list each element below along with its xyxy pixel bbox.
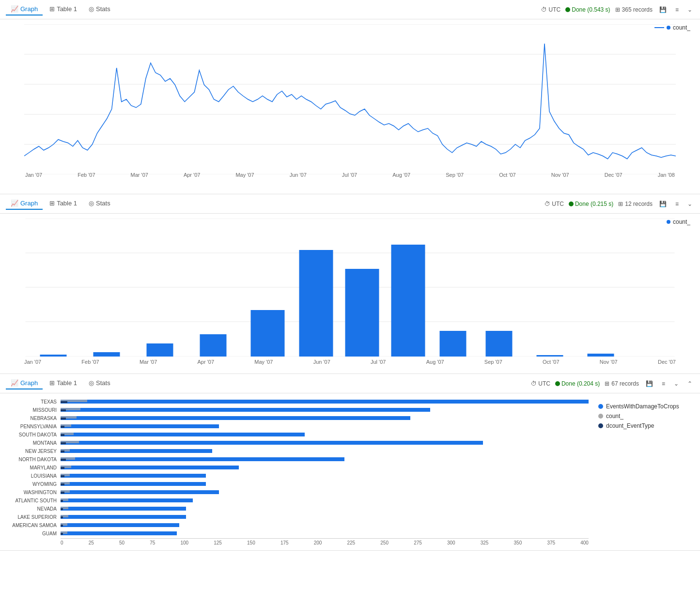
done-status-3: Done (0.204 s) <box>555 380 600 387</box>
expand-btn-3-down[interactable]: ⌄ <box>672 379 681 388</box>
hbar-row: GUAM <box>5 530 589 537</box>
hbar-row: PENNSYLVANIA <box>5 423 589 430</box>
hbar-legend: EventsWithDamageToCrops count_ dcount_Ev… <box>589 398 695 545</box>
legend-item-2: count_ <box>598 413 685 420</box>
panel-2-status: ⏱ UTC Done (0.215 s) ⊞ 12 records 💾 ≡ ⌄ <box>544 200 694 208</box>
x-labels-2: Jan '07 Feb '07 Mar '07 Apr '07 May '07 … <box>24 359 676 365</box>
tab-table-3[interactable]: ⊞ Table 1 <box>45 377 82 389</box>
done-status-2: Done (0.215 s) <box>569 201 613 207</box>
table-icon-3: ⊞ <box>49 379 55 387</box>
legend-item-3: dcount_EventType <box>598 422 685 429</box>
stats-icon-1: ◎ <box>89 5 94 13</box>
bar-chart-svg: 4k 3k 2k 1k 0 <box>24 218 676 357</box>
legend-dot-gray <box>598 414 603 419</box>
panel-1-header: 📈 Graph ⊞ Table 1 ◎ Stats ⏱ UTC Done (0.… <box>0 0 700 19</box>
hbar-row: SOUTH DAKOTA <box>5 431 589 438</box>
stats-icon-2: ◎ <box>89 200 94 207</box>
panel-3-content: TEXASMISSOURINEBRASKAPENNSYLVANIASOUTH D… <box>0 393 700 550</box>
svg-rect-23 <box>93 352 120 357</box>
legend-item-1: EventsWithDamageToCrops <box>598 403 685 410</box>
tab-stats-2[interactable]: ◎ Stats <box>84 198 115 210</box>
tab-stats-3[interactable]: ◎ Stats <box>84 377 115 389</box>
view-btn-3[interactable]: ≡ <box>660 379 667 388</box>
timezone-3: ⏱ UTC <box>531 380 550 387</box>
legend-line-1 <box>654 27 664 28</box>
hbar-row: MISSOURI <box>5 406 589 413</box>
done-status-1: Done (0.543 s) <box>565 6 610 13</box>
hbar-row: NEVADA <box>5 505 589 512</box>
view-btn-1[interactable]: ≡ <box>673 5 681 14</box>
panel-3-header: 📈 Graph ⊞ Table 1 ◎ Stats ⏱ UTC Done (0.… <box>0 374 700 393</box>
save-btn-1[interactable]: 💾 <box>657 5 669 14</box>
hbar-row: NORTH DAKOTA <box>5 456 589 463</box>
table-icon-2: ⊞ <box>49 200 55 207</box>
panel-2-header: 📈 Graph ⊞ Table 1 ◎ Stats ⏱ UTC Done (0.… <box>0 194 700 214</box>
legend-dot-blue <box>598 404 603 409</box>
hbar-row: MONTANA <box>5 439 589 446</box>
expand-btn-1[interactable]: ⌄ <box>685 5 694 14</box>
legend-dot-2 <box>667 220 670 224</box>
done-dot-2 <box>569 202 574 206</box>
records-icon-1: ⊞ <box>615 6 620 13</box>
records-icon-3: ⊞ <box>605 380 609 387</box>
tab-stats-1[interactable]: ◎ Stats <box>84 3 115 16</box>
svg-rect-33 <box>588 354 614 357</box>
timezone-2: ⏱ UTC <box>544 201 564 207</box>
svg-rect-24 <box>147 343 173 357</box>
timezone-1: ⏱ UTC <box>541 6 560 13</box>
stats-icon-3: ◎ <box>89 379 94 387</box>
expand-btn-2[interactable]: ⌄ <box>685 200 694 208</box>
tab-table-2[interactable]: ⊞ Table 1 <box>45 198 82 210</box>
svg-rect-29 <box>391 245 425 357</box>
table-icon-1: ⊞ <box>49 5 55 13</box>
hbar-rows: TEXASMISSOURINEBRASKAPENNSYLVANIASOUTH D… <box>5 398 589 537</box>
done-dot-1 <box>565 7 570 12</box>
tab-graph-3[interactable]: 📈 Graph <box>6 377 43 389</box>
records-badge-3: ⊞ 67 records <box>605 380 639 387</box>
legend-dot-1 <box>667 26 670 30</box>
svg-rect-30 <box>440 331 467 357</box>
svg-rect-28 <box>345 269 379 357</box>
svg-rect-31 <box>486 331 513 357</box>
panel-2-chart-area: count_ 4k 3k 2k 1k 0 <box>0 214 700 373</box>
view-btn-2[interactable]: ≡ <box>673 200 681 208</box>
hbar-row: LAKE SUPERIOR <box>5 513 589 520</box>
svg-rect-27 <box>299 250 333 357</box>
hbar-row: ATLANTIC SOUTH <box>5 497 589 504</box>
hbar-x-axis: 0 25 50 75 100 125 150 175 200 225 250 2… <box>61 538 589 545</box>
panel-3: 📈 Graph ⊞ Table 1 ◎ Stats ⏱ UTC Done (0.… <box>0 374 700 551</box>
hbar-row: AMERICAN SAMOA <box>5 522 589 529</box>
panel-1-status: ⏱ UTC Done (0.543 s) ⊞ 365 records 💾 ≡ ⌄ <box>541 5 694 14</box>
legend-1: count_ <box>654 24 690 31</box>
save-btn-2[interactable]: 💾 <box>657 200 669 208</box>
svg-rect-25 <box>200 334 227 357</box>
expand-btn-3-up[interactable]: ⌃ <box>685 379 694 388</box>
tab-graph-2[interactable]: 📈 Graph <box>6 198 43 210</box>
svg-rect-26 <box>251 310 285 357</box>
svg-rect-32 <box>537 355 563 357</box>
panel-1-chart-area: count_ 1250 1000 750 500 250 0 Jan '07 F… <box>0 19 700 194</box>
done-dot-3 <box>555 381 560 386</box>
records-icon-2: ⊞ <box>618 201 623 207</box>
hbar-row: TEXAS <box>5 398 589 405</box>
save-btn-3[interactable]: 💾 <box>644 379 655 388</box>
hbar-row: MARYLAND <box>5 464 589 471</box>
graph-icon-1: 📈 <box>11 5 18 13</box>
panel-1: 📈 Graph ⊞ Table 1 ◎ Stats ⏱ UTC Done (0.… <box>0 0 700 194</box>
hbar-row: WASHINGTON <box>5 489 589 496</box>
records-badge-1: ⊞ 365 records <box>615 6 653 13</box>
panel-3-status: ⏱ UTC Done (0.204 s) ⊞ 67 records 💾 ≡ ⌄ … <box>531 379 694 388</box>
legend-dot-dark <box>598 423 603 428</box>
hbar-row: WYOMING <box>5 481 589 487</box>
records-badge-2: ⊞ 12 records <box>618 201 653 207</box>
tab-table-1[interactable]: ⊞ Table 1 <box>45 3 82 16</box>
hbar-row: LOUISIANA <box>5 472 589 479</box>
graph-icon-2: 📈 <box>11 200 18 207</box>
line-chart-svg: 1250 1000 750 500 250 0 <box>24 24 676 174</box>
panel-2: 📈 Graph ⊞ Table 1 ◎ Stats ⏱ UTC Done (0.… <box>0 194 700 374</box>
hbar-row: NEW JERSEY <box>5 448 589 454</box>
tab-graph-1[interactable]: 📈 Graph <box>6 3 43 16</box>
hbar-row: NEBRASKA <box>5 415 589 421</box>
hbar-chart: TEXASMISSOURINEBRASKAPENNSYLVANIASOUTH D… <box>5 398 589 545</box>
graph-icon-3: 📈 <box>11 379 18 387</box>
